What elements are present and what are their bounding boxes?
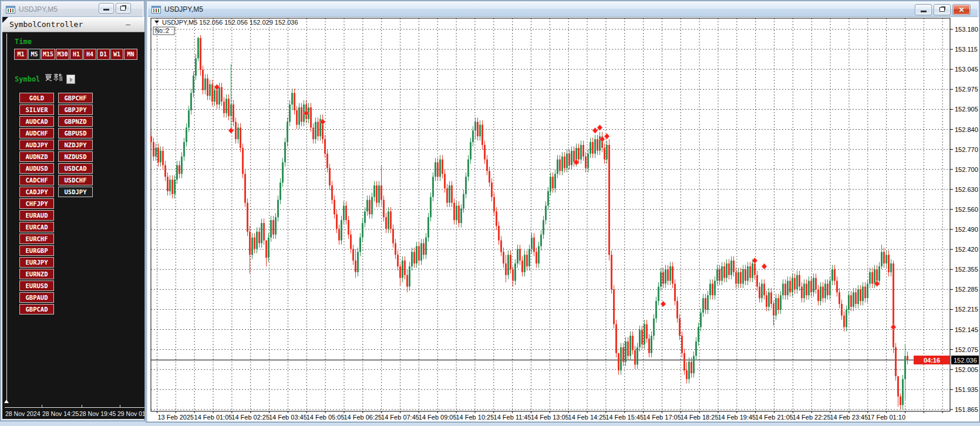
chart-window-title: USDJPY,M5 bbox=[164, 5, 203, 13]
symbol-button-silver[interactable]: SILVER bbox=[19, 104, 54, 115]
symbol-button-euraud[interactable]: EURAUD bbox=[19, 210, 54, 221]
left-window-titlebar[interactable]: USDJPY,M5 bbox=[2, 2, 143, 17]
symbol-button-gbpusd[interactable]: GBPUSD bbox=[58, 128, 93, 138]
time-section-label: Time bbox=[15, 38, 32, 46]
timeframe-button-m1[interactable]: M1 bbox=[14, 49, 28, 60]
symbol-button-gold[interactable]: GOLD bbox=[19, 93, 54, 103]
symbol-button-audcad[interactable]: AUDCAD bbox=[19, 116, 54, 127]
timeframe-button-d1[interactable]: D1 bbox=[97, 49, 110, 60]
symbol-button-eurchf[interactable]: EURCHF bbox=[19, 234, 54, 244]
update-label: 更新 bbox=[45, 73, 62, 84]
update-arrow-button[interactable] bbox=[66, 75, 75, 84]
time-axis-label: 14 Feb 09:05 bbox=[419, 414, 457, 421]
restore-button[interactable] bbox=[934, 4, 951, 15]
price-axis-label: 152.770 bbox=[955, 146, 978, 153]
timeframe-button-w1[interactable]: W1 bbox=[110, 49, 123, 60]
symbol-button-cadjpy[interactable]: CADJPY bbox=[19, 187, 54, 197]
price-axis-label: 152.700 bbox=[955, 166, 978, 173]
price-axis-label: 153.115 bbox=[955, 46, 978, 53]
price-axis-label: 152.145 bbox=[955, 326, 978, 333]
symbol-button-gbpaud[interactable]: GBPAUD bbox=[19, 292, 54, 303]
chart-canvas[interactable]: USDJPY,M5 152.056 152.056 152.029 152.03… bbox=[148, 17, 979, 421]
symbol-button-usdjpy[interactable]: USDJPY bbox=[58, 187, 93, 197]
left-window-buttons bbox=[99, 3, 131, 13]
time-axis-label: 13 Feb 2025 bbox=[157, 414, 194, 421]
left-chart-area: SymbolController — Time M1M5M15M30H1H4D1… bbox=[2, 17, 144, 419]
update-kanji-glyphs bbox=[45, 73, 62, 82]
time-axis-tick bbox=[120, 405, 120, 407]
price-axis-label: 152.215 bbox=[955, 306, 978, 313]
left-chart-window: USDJPY,M5 SymbolController — Time M1M5M1… bbox=[0, 0, 145, 421]
time-axis-label: 14 Feb 19:45 bbox=[718, 414, 756, 421]
time-axis-tick bbox=[82, 405, 82, 407]
symbol-button-eurgbp[interactable]: EURGBP bbox=[19, 245, 54, 256]
panel-minimize-icon[interactable]: — bbox=[126, 17, 130, 32]
timeframe-button-m5[interactable]: M5 bbox=[28, 49, 41, 60]
timeframe-row: M1M5M15M30H1H4D1W1MN bbox=[14, 49, 137, 60]
countdown-timer: 04:16 bbox=[924, 357, 940, 364]
time-axis-label: 14 Feb 10:25 bbox=[456, 414, 494, 421]
timeframe-button-m15[interactable]: M15 bbox=[41, 49, 55, 60]
price-axis-label: 152.075 bbox=[955, 346, 978, 353]
left-time-axis-label: 28 Nov 14:25 bbox=[42, 410, 79, 417]
time-axis-label: 14 Feb 22:25 bbox=[793, 414, 831, 421]
time-axis-label: 17 Feb 01:10 bbox=[867, 414, 905, 421]
symbol-button-eurusd[interactable]: EURUSD bbox=[19, 280, 54, 291]
symbol-button-audjpy[interactable]: AUDJPY bbox=[19, 140, 54, 150]
price-axis-label: 151.865 bbox=[955, 406, 978, 413]
price-axis-label: 152.490 bbox=[955, 226, 978, 233]
left-time-axis-label: 29 Nov 01:10 bbox=[117, 410, 144, 417]
close-button[interactable]: ✕ bbox=[952, 4, 971, 15]
time-axis-label: 14 Feb 11:45 bbox=[494, 414, 531, 421]
restore-button[interactable] bbox=[116, 3, 131, 13]
chart-window-icon bbox=[151, 6, 161, 13]
price-axis-label: 152.630 bbox=[955, 186, 978, 193]
minimize-button[interactable] bbox=[99, 3, 114, 13]
time-axis-label: 14 Feb 21:05 bbox=[755, 414, 793, 421]
symbol-button-chfjpy[interactable]: CHFJPY bbox=[19, 198, 54, 209]
symbol-button-eurnzd[interactable]: EURNZD bbox=[19, 269, 54, 279]
symbol-button-audusd[interactable]: AUDUSD bbox=[19, 163, 54, 174]
left-chart-edge-marker bbox=[4, 400, 9, 403]
subwindow-corner-icon bbox=[2, 17, 8, 23]
time-axis-label: 14 Feb 01:05 bbox=[194, 414, 233, 421]
chart-window-titlebar[interactable]: USDJPY,M5 ✕ bbox=[148, 2, 978, 17]
symbol-button-eurjpy[interactable]: EURJPY bbox=[19, 257, 54, 268]
chart-window-icon bbox=[6, 6, 15, 13]
time-axis-label: 14 Feb 18:25 bbox=[681, 414, 719, 421]
symbol-button-gbpchf[interactable]: GBPCHF bbox=[58, 93, 93, 103]
symbol-column-1: GOLDSILVERAUDCADAUDCHFAUDJPYAUDNZDAUDUSD… bbox=[19, 93, 54, 316]
symbol-button-usdcad[interactable]: USDCAD bbox=[58, 163, 93, 174]
symbol-button-audchf[interactable]: AUDCHF bbox=[19, 128, 54, 138]
price-axis-label: 152.355 bbox=[955, 266, 978, 273]
symbol-button-audnzd[interactable]: AUDNZD bbox=[19, 151, 54, 162]
symbol-button-nzdjpy[interactable]: NZDJPY bbox=[58, 140, 93, 150]
symbol-button-nzdusd[interactable]: NZDUSD bbox=[58, 151, 93, 162]
symbol-button-usdchf[interactable]: USDCHF bbox=[58, 175, 93, 185]
symbol-button-gbpcad[interactable]: GBPCAD bbox=[19, 304, 54, 315]
time-axis-label: 14 Feb 17:05 bbox=[643, 414, 681, 421]
symbol-button-cadchf[interactable]: CADCHF bbox=[19, 175, 54, 185]
timeframe-button-h4[interactable]: H4 bbox=[83, 49, 96, 60]
chart-window-buttons: ✕ bbox=[915, 4, 971, 15]
time-axis-label: 14 Feb 13:05 bbox=[531, 414, 569, 421]
minimize-button[interactable] bbox=[915, 4, 932, 15]
time-axis-label: 14 Feb 15:45 bbox=[605, 414, 644, 421]
symbol-button-eurcad[interactable]: EURCAD bbox=[19, 222, 54, 232]
timeframe-button-h1[interactable]: H1 bbox=[70, 49, 83, 60]
symbol-button-gbpnzd[interactable]: GBPNZD bbox=[58, 116, 93, 127]
price-axis-label: 152.420 bbox=[955, 246, 978, 253]
symbolcontroller-header[interactable]: SymbolController — bbox=[2, 17, 144, 32]
timeframe-button-mn[interactable]: MN bbox=[124, 49, 137, 60]
time-axis-label: 14 Feb 14:25 bbox=[568, 414, 607, 421]
price-axis-label: 152.285 bbox=[955, 286, 978, 293]
price-axis-label: 153.180 bbox=[955, 26, 978, 33]
mdi-workspace: USDJPY,M5 SymbolController — Time M1M5M1… bbox=[0, 0, 980, 426]
price-axis-label: 151.935 bbox=[955, 386, 978, 393]
symbol-button-gbpjpy[interactable]: GBPJPY bbox=[58, 104, 93, 115]
price-axis-label: 153.045 bbox=[955, 66, 978, 73]
timeframe-button-m30[interactable]: M30 bbox=[56, 49, 69, 60]
time-axis-label: 14 Feb 05:05 bbox=[307, 414, 345, 421]
left-chart-edge-line bbox=[6, 33, 7, 403]
symbolcontroller-title: SymbolController bbox=[9, 20, 83, 29]
